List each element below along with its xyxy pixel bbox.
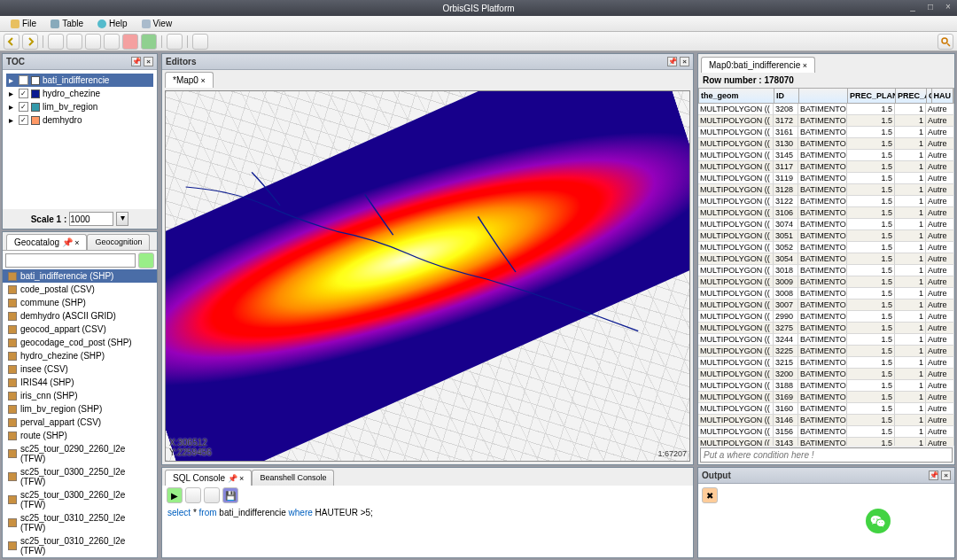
sql-run-button[interactable]: ▶ — [167, 487, 183, 503]
table-row[interactable]: MULTIPOLYGON ((3054BATIMENTO...1.51Autre — [698, 253, 954, 265]
toc-layer-item[interactable]: ▸✓demhydro — [6, 113, 153, 127]
catalog-item[interactable]: perval_appart (CSV) — [3, 416, 157, 429]
tab-map0[interactable]: *Map0 × — [165, 72, 214, 88]
table-row[interactable]: MULTIPOLYGON ((3156BATIMENTO...1.51Autre — [698, 426, 954, 438]
table-row[interactable]: MULTIPOLYGON ((3169BATIMENTO...1.51Autre — [698, 392, 954, 403]
catalog-item[interactable]: sc25_tour_0300_2250_l2e (TFW) — [3, 465, 157, 488]
panel-close[interactable]: × — [680, 57, 689, 66]
scale-input[interactable] — [69, 212, 113, 226]
column-header[interactable]: the_geom — [699, 89, 774, 103]
table-row[interactable]: MULTIPOLYGON ((3160BATIMENTO...1.51Autre — [698, 403, 954, 415]
catalog-item[interactable]: lim_bv_region (SHP) — [3, 402, 157, 416]
catalog-item[interactable]: code_postal (CSV) — [3, 283, 157, 296]
table-row[interactable]: MULTIPOLYGON ((3161BATIMENTO...1.51Autre — [698, 127, 954, 138]
tab-geocatalog[interactable]: Geocatalog 📌 × — [6, 234, 87, 250]
tab-geocognition[interactable]: Geocognition — [87, 234, 150, 250]
output-clear-button[interactable]: ✖ — [702, 487, 718, 503]
layer-checkbox[interactable]: ✓ — [19, 115, 28, 125]
catalog-item[interactable]: hydro_chezine (SHP) — [3, 349, 157, 362]
minimize-button[interactable]: _ — [907, 2, 918, 12]
catalog-item[interactable]: bati_indifferencie (SHP) — [3, 269, 157, 283]
table-row[interactable]: MULTIPOLYGON ((3051BATIMENTO...1.51Autre — [698, 230, 954, 242]
table-row[interactable]: MULTIPOLYGON ((3106BATIMENTO...1.51Autre — [698, 207, 954, 219]
tool-button-4[interactable] — [104, 34, 120, 50]
layer-checkbox[interactable]: ✓ — [19, 102, 28, 112]
table-row[interactable]: MULTIPOLYGON ((3200BATIMENTO...1.51Autre — [698, 369, 954, 380]
pin-icon[interactable]: 📌 — [929, 471, 938, 480]
table-row[interactable]: MULTIPOLYGON ((3119BATIMENTO...1.51Autre — [698, 173, 954, 184]
close-button[interactable]: × — [943, 2, 953, 12]
catalog-item[interactable]: iris_cnn (SHP) — [3, 389, 157, 402]
catalog-item[interactable]: route (SHP) — [3, 429, 157, 442]
catalog-filter-button[interactable] — [138, 253, 154, 268]
menu-view[interactable]: View — [135, 19, 180, 28]
table-row[interactable]: MULTIPOLYGON ((3007BATIMENTO...1.51Autre — [698, 299, 954, 311]
catalog-search[interactable] — [5, 253, 136, 268]
table-row[interactable]: MULTIPOLYGON ((3188BATIMENTO...1.51Autre — [698, 380, 954, 392]
panel-close[interactable]: × — [144, 57, 153, 66]
sql-clear-button[interactable] — [185, 487, 201, 503]
table-row[interactable]: MULTIPOLYGON ((3130BATIMENTO...1.51Autre — [698, 138, 954, 150]
catalog-item[interactable]: commune (SHP) — [3, 296, 157, 309]
sql-editor[interactable]: select * from bati_indifferencie where H… — [162, 505, 693, 557]
layer-checkbox[interactable]: ✓ — [19, 89, 28, 98]
tool-button-3[interactable] — [85, 34, 101, 50]
tool-button-8[interactable] — [192, 34, 208, 50]
layer-checkbox[interactable]: ✓ — [19, 75, 28, 85]
table-row[interactable]: MULTIPOLYGON ((3122BATIMENTO...1.51Autre — [698, 196, 954, 207]
undo-button[interactable] — [4, 34, 19, 50]
maximize-button[interactable]: □ — [925, 2, 936, 12]
where-filter[interactable] — [700, 447, 953, 463]
catalog-item[interactable]: sc25_tour_0310_2260_l2e (TFW) — [3, 534, 157, 557]
table-row[interactable]: MULTIPOLYGON ((3145BATIMENTO...1.51Autre — [698, 150, 954, 161]
table-row[interactable]: MULTIPOLYGON ((3244BATIMENTO...1.51Autre — [698, 334, 954, 346]
map-view[interactable]: X:306512Y:2259456 1:67207 — [165, 90, 690, 462]
catalog-item[interactable]: geocodage_cod_post (SHP) — [3, 336, 157, 349]
tab-data-table[interactable]: Map0:bati_indifferencie × — [701, 57, 815, 73]
menu-file[interactable]: File — [4, 19, 43, 28]
sql-open-button[interactable] — [204, 487, 220, 503]
tab-beanshell-console[interactable]: Beanshell Console — [252, 470, 334, 486]
table-row[interactable]: MULTIPOLYGON ((3215BATIMENTO...1.51Autre — [698, 357, 954, 369]
tool-button-5[interactable] — [122, 34, 138, 50]
table-row[interactable]: MULTIPOLYGON ((3275BATIMENTO...1.51Autre — [698, 323, 954, 334]
redo-button[interactable] — [22, 34, 38, 50]
menu-help[interactable]: Help — [90, 19, 135, 28]
panel-close[interactable]: × — [941, 471, 951, 480]
sql-save-button[interactable]: 💾 — [222, 487, 238, 503]
tool-button-1[interactable] — [48, 34, 64, 50]
catalog-item[interactable]: demhydro (ASCII GRID) — [3, 309, 157, 323]
scale-dropdown[interactable]: ▾ — [116, 212, 128, 226]
column-header[interactable]: HAU — [932, 89, 954, 103]
column-header[interactable] — [799, 89, 848, 103]
catalog-item[interactable]: sc25_tour_0300_2260_l2e (TFW) — [3, 488, 157, 511]
table-row[interactable]: MULTIPOLYGON ((3208BATIMENTO...1.51Autre — [698, 104, 954, 115]
column-header[interactable]: PREC_PLANI — [848, 89, 896, 103]
table-row[interactable]: MULTIPOLYGON ((3052BATIMENTO...1.51Autre — [698, 242, 954, 253]
tool-button-7[interactable] — [167, 34, 183, 50]
table-row[interactable]: MULTIPOLYGON ((3074BATIMENTO...1.51Autre — [698, 219, 954, 230]
catalog-item[interactable]: sc25_tour_0290_2260_l2e (TFW) — [3, 442, 157, 465]
toc-layer-item[interactable]: ▸✓lim_bv_region — [6, 100, 153, 113]
column-header[interactable]: ID — [774, 89, 799, 103]
catalog-item[interactable]: IRIS44 (SHP) — [3, 376, 157, 389]
zoom-fit-button[interactable] — [938, 34, 953, 50]
menu-table[interactable]: Table — [43, 19, 90, 28]
table-row[interactable]: MULTIPOLYGON ((3008BATIMENTO...1.51Autre — [698, 288, 954, 299]
pin-icon[interactable]: 📌 — [131, 57, 141, 66]
catalog-item[interactable]: geocod_appart (CSV) — [3, 323, 157, 336]
tool-button-6[interactable] — [141, 34, 157, 50]
pin-icon[interactable]: 📌 — [667, 57, 677, 66]
catalog-item[interactable]: insee (CSV) — [3, 362, 157, 376]
table-body[interactable]: MULTIPOLYGON ((3208BATIMENTO...1.51Autre… — [698, 104, 954, 446]
table-row[interactable]: MULTIPOLYGON ((3117BATIMENTO...1.51Autre — [698, 161, 954, 173]
toc-layer-item[interactable]: ▸✓hydro_chezine — [6, 87, 153, 100]
column-header[interactable]: PREC_ALTI — [896, 89, 927, 103]
toc-layer-item[interactable]: ▸✓bati_indifferencie — [6, 74, 153, 87]
table-row[interactable]: MULTIPOLYGON ((3128BATIMENTO...1.51Autre — [698, 184, 954, 196]
table-row[interactable]: MULTIPOLYGON ((3172BATIMENTO...1.51Autre — [698, 115, 954, 127]
table-row[interactable]: MULTIPOLYGON ((3009BATIMENTO...1.51Autre — [698, 276, 954, 288]
catalog-item[interactable]: sc25_tour_0310_2250_l2e (TFW) — [3, 511, 157, 534]
table-row[interactable]: MULTIPOLYGON ((3143BATIMENTO...1.51Autre — [698, 438, 954, 446]
table-row[interactable]: MULTIPOLYGON ((2990BATIMENTO...1.51Autre — [698, 311, 954, 323]
